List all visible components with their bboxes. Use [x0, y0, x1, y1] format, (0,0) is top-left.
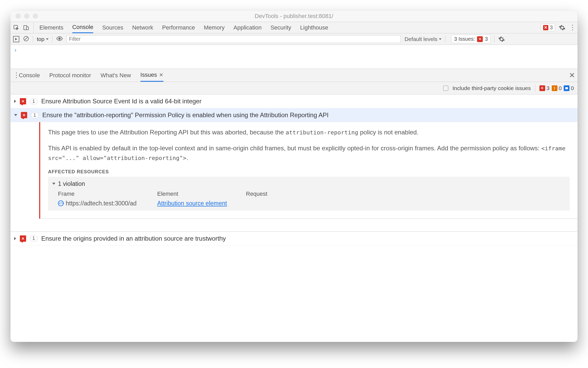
element-link[interactable]: Attribution source element — [157, 200, 227, 207]
error-badge-icon — [477, 36, 483, 42]
log-levels-selector[interactable]: Default levels — [404, 36, 442, 42]
issue-row-0[interactable]: 1 Ensure Attribution Source Event Id is … — [10, 94, 578, 108]
context-selector[interactable]: top — [37, 36, 49, 42]
main-tab-bar: Elements Console Sources Network Perform… — [10, 22, 578, 33]
title-bar: DevTools - publisher.test:8081/ — [10, 10, 578, 22]
divider — [33, 36, 33, 43]
stat-yellow-count: 0 — [559, 85, 562, 91]
info-badge-icon — [564, 85, 569, 91]
clear-console-icon[interactable] — [23, 35, 29, 43]
expand-arrow-icon[interactable] — [14, 114, 17, 116]
device-toolbar-icon[interactable] — [23, 25, 29, 31]
drawer-tab-bar: ⋮ Console Protocol monitor What's New Is… — [10, 69, 578, 82]
tab-lighthouse[interactable]: Lighthouse — [300, 22, 328, 33]
frame-icon — [58, 200, 64, 206]
main-tabs-list: Elements Console Sources Network Perform… — [34, 22, 328, 33]
issue-row-1[interactable]: 1 Ensure the "attribution-reporting" Per… — [10, 108, 578, 122]
issue-stats: 3 0 0 — [539, 85, 574, 91]
desc-code: attribution-reporting — [286, 129, 358, 136]
stat-info[interactable]: 0 — [564, 85, 574, 91]
drawer-tab-issues[interactable]: Issues ✕ — [140, 69, 164, 82]
error-counter[interactable]: ✕ 3 — [541, 24, 555, 31]
desc-text: This page tries to use the Attribution R… — [48, 129, 286, 136]
tab-security[interactable]: Security — [271, 22, 291, 33]
settings-icon[interactable] — [559, 24, 566, 31]
issue-error-icon — [20, 98, 26, 104]
violation-count-label: 1 violation — [58, 180, 85, 187]
divider — [445, 36, 445, 43]
close-drawer-icon[interactable]: ✕ — [569, 71, 575, 80]
play-icon[interactable] — [13, 36, 19, 42]
levels-label: Default levels — [404, 36, 437, 42]
more-options-icon[interactable]: ⋮ — [569, 26, 575, 29]
stat-warnings[interactable]: 0 — [552, 85, 562, 91]
frame-cell[interactable]: https://adtech.test:3000/ad — [58, 200, 157, 207]
issue-title: Ensure Attribution Source Event Id is a … — [41, 98, 202, 105]
divider — [494, 36, 495, 43]
issues-counter[interactable]: 3 Issues: 3 — [451, 35, 491, 43]
issue-count-badge: 1 — [31, 112, 39, 118]
third-party-label: Include third-party cookie issues — [452, 85, 531, 91]
col-frame: Frame — [58, 191, 157, 197]
console-body[interactable]: › — [10, 45, 578, 69]
tab-memory[interactable]: Memory — [204, 22, 225, 33]
inspect-tools — [13, 22, 34, 33]
close-tab-icon[interactable]: ✕ — [159, 72, 163, 78]
issues-count: 3 — [485, 36, 488, 42]
warning-badge-icon — [552, 85, 557, 91]
drawer-more-icon[interactable]: ⋮ — [13, 74, 19, 76]
expand-arrow-icon[interactable] — [52, 183, 55, 185]
filter-input[interactable] — [67, 35, 401, 43]
issues-sub-toolbar: Include third-party cookie issues 3 0 0 — [10, 82, 578, 94]
console-settings-icon[interactable] — [498, 36, 505, 43]
drawer-tab-protocol-monitor[interactable]: Protocol monitor — [49, 69, 91, 82]
tab-network[interactable]: Network — [132, 22, 153, 33]
affected-resources-label: AFFECTED RESOURCES — [48, 169, 570, 175]
drawer-tabs-list: Console Protocol monitor What's New Issu… — [19, 69, 163, 82]
drawer-tab-console[interactable]: Console — [19, 69, 40, 82]
expand-arrow-icon[interactable] — [14, 100, 16, 103]
stat-blue-count: 0 — [571, 85, 574, 91]
console-toolbar: top Default levels 3 Issues: 3 — [10, 33, 578, 45]
issue-title: Ensure the origins provided in an attrib… — [41, 235, 226, 242]
main-tab-right-tools: ✕ 3 ⋮ — [541, 24, 575, 31]
tab-elements[interactable]: Elements — [39, 22, 63, 33]
divider — [535, 85, 535, 92]
tab-sources[interactable]: Sources — [102, 22, 123, 33]
element-cell: Attribution source element — [157, 200, 246, 207]
desc-text: . — [186, 154, 188, 161]
issue-error-icon — [20, 235, 26, 242]
violation-header[interactable]: 1 violation — [52, 180, 566, 187]
violation-table: Frame Element Request https://adtech.tes… — [52, 191, 566, 207]
error-badge-icon: ✕ — [543, 25, 548, 30]
drawer-tab-whats-new[interactable]: What's New — [101, 69, 131, 82]
error-badge-icon — [539, 85, 545, 91]
drawer-tab-issues-label: Issues — [140, 72, 157, 78]
inspect-element-icon[interactable] — [13, 25, 19, 31]
context-label: top — [37, 36, 44, 42]
violation-row: https://adtech.test:3000/ad Attribution … — [58, 200, 566, 207]
live-expression-icon[interactable] — [56, 35, 63, 43]
desc-text: policy is not enabled. — [358, 129, 419, 136]
svg-rect-2 — [26, 27, 28, 30]
svg-line-4 — [25, 37, 28, 40]
issue-row-2[interactable]: 1 Ensure the origins provided in an attr… — [10, 232, 578, 246]
svg-point-5 — [59, 38, 61, 39]
issues-label: 3 Issues: — [454, 36, 475, 42]
chevron-down-icon — [439, 38, 442, 40]
issue-desc-1-p1: This page tries to use the Attribution R… — [48, 127, 570, 137]
third-party-checkbox[interactable] — [443, 86, 448, 91]
violation-box: 1 violation Frame Element Request https:… — [48, 177, 570, 211]
tab-console[interactable]: Console — [72, 22, 93, 33]
stat-errors[interactable]: 3 — [539, 85, 550, 91]
devtools-window: DevTools - publisher.test:8081/ Elements… — [10, 10, 578, 342]
stat-red-count: 3 — [546, 85, 550, 91]
tab-performance[interactable]: Performance — [162, 22, 195, 33]
tab-application[interactable]: Application — [233, 22, 262, 33]
expand-arrow-icon[interactable] — [14, 237, 16, 240]
issue-content-1: This page tries to use the Attribution R… — [39, 122, 578, 219]
issue-count-badge: 1 — [30, 235, 38, 241]
issue-error-icon — [21, 112, 27, 118]
console-prompt: › — [15, 47, 16, 53]
divider — [52, 36, 52, 43]
